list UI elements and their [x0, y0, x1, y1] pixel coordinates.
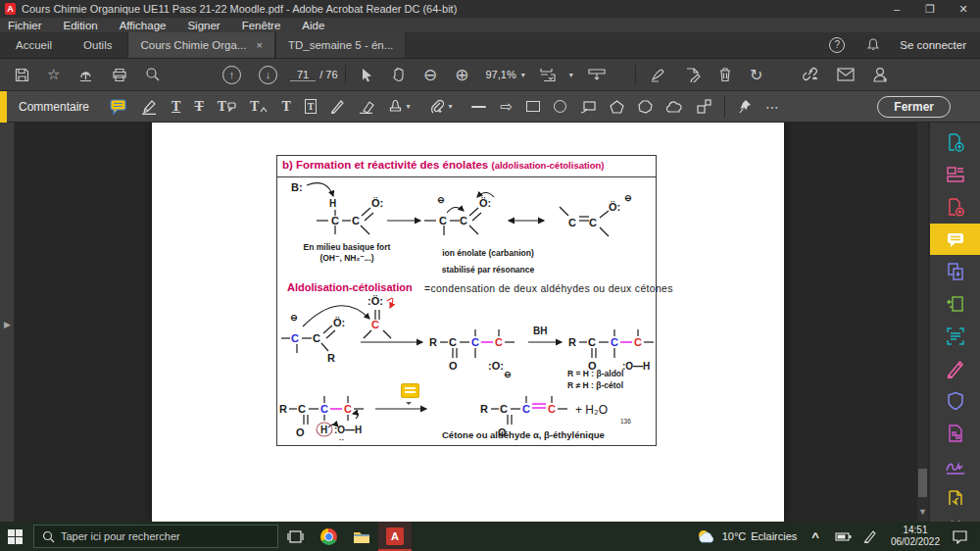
weather-temp[interactable]: 10°C — [722, 530, 747, 542]
fit-caret-icon[interactable]: ▾ — [569, 71, 573, 79]
tool-compress-pdf[interactable] — [930, 418, 980, 449]
start-button[interactable] — [0, 529, 29, 544]
tray-expand-icon[interactable]: ^ — [811, 529, 819, 544]
fit-width-icon[interactable] — [540, 68, 558, 82]
tool-protect[interactable] — [930, 385, 980, 417]
bell-icon[interactable] — [866, 38, 880, 52]
tool-fill-sign[interactable] — [930, 353, 980, 384]
date-label: 06/02/2022 — [891, 536, 940, 548]
tab-document-2[interactable]: TD_semaine 5 - én... — [275, 32, 406, 58]
highlight-tool[interactable] — [141, 99, 158, 115]
keep-tool-selected-pin[interactable] — [738, 99, 752, 114]
close-comment-button[interactable]: Fermer — [877, 96, 951, 118]
chrome-icon[interactable] — [312, 522, 345, 551]
pen-tray-icon[interactable] — [863, 529, 877, 543]
menu-signer[interactable]: Signer — [187, 20, 220, 31]
weather-desc[interactable]: Eclaircies — [751, 530, 797, 542]
action-center-icon[interactable] — [952, 529, 968, 544]
add-text-tool[interactable]: T — [281, 99, 290, 115]
search-icon[interactable] — [145, 67, 161, 82]
battery-icon[interactable] — [835, 531, 852, 542]
weather-icon[interactable] — [696, 528, 717, 545]
replace-text-tool[interactable]: T — [218, 99, 236, 115]
clock[interactable]: 14:51 06/02/2022 — [891, 525, 940, 548]
draw-tool[interactable] — [330, 99, 345, 114]
tool-scan-ocr[interactable] — [930, 321, 980, 352]
tool-edit-pdf[interactable] — [930, 159, 980, 190]
file-explorer-icon[interactable] — [345, 522, 378, 551]
sign-pen-icon[interactable] — [651, 68, 667, 82]
star-icon[interactable]: ☆ — [47, 66, 60, 83]
vertical-scrollbar[interactable]: ▼ — [917, 123, 928, 522]
page-number-input[interactable]: 71 — [290, 69, 316, 81]
sticky-note-tool[interactable] — [110, 98, 127, 115]
erase-tool[interactable] — [359, 100, 374, 114]
menu-fenetre[interactable]: Fenêtre — [242, 20, 281, 31]
refresh-icon[interactable]: ↻ — [750, 66, 762, 84]
taskbar-search-input[interactable]: Taper ici pour rechercher — [33, 525, 278, 548]
zoom-out-icon[interactable]: ⊖ — [423, 65, 437, 85]
edit-page-icon[interactable] — [685, 67, 701, 82]
expand-panel-arrow[interactable]: ▶ — [1, 316, 14, 333]
menu-fichier[interactable]: Fichier — [8, 20, 42, 31]
cloud-tool[interactable] — [666, 100, 683, 113]
tool-combine-files[interactable] — [930, 256, 980, 287]
hand-tool-icon[interactable] — [391, 67, 406, 82]
arrow-tool[interactable]: ⇨ — [500, 98, 513, 116]
save-icon[interactable] — [15, 68, 29, 82]
polygon-tool[interactable] — [638, 100, 653, 114]
acrobat-taskbar-icon[interactable]: A — [378, 522, 412, 551]
pentagon-tool[interactable] — [610, 100, 624, 114]
callout-tool[interactable] — [580, 100, 596, 114]
select-tool-icon[interactable] — [361, 68, 373, 82]
next-page-icon[interactable]: ↓ — [259, 66, 277, 84]
scroll-down-icon[interactable]: ▼ — [917, 507, 928, 517]
task-view-button[interactable] — [278, 522, 312, 551]
tool-comment-active[interactable] — [930, 224, 980, 255]
tab-document-active[interactable]: Cours Chimie Orga... × — [127, 32, 274, 58]
strikethrough-text-tool[interactable]: T — [194, 99, 203, 115]
rectangle-tool[interactable] — [526, 101, 540, 112]
more-options-icon[interactable]: ⋯ — [765, 99, 779, 115]
previous-page-icon[interactable]: ↑ — [222, 66, 241, 84]
sign-in-link[interactable]: Se connecter — [900, 39, 966, 51]
menu-affichage[interactable]: Affichage — [120, 20, 167, 31]
tab-close-icon[interactable]: × — [257, 39, 263, 51]
tab-accueil[interactable]: Accueil — [0, 32, 68, 58]
reading-mode-icon[interactable] — [588, 68, 606, 82]
minimize-button[interactable]: – — [880, 0, 913, 18]
help-icon[interactable]: ? — [829, 37, 845, 53]
caption-cetone: Cétone ou aldéhyde α, β-éthylénique — [442, 429, 605, 440]
tab-outils[interactable]: Outils — [68, 32, 127, 58]
svg-text:R: R — [429, 336, 437, 348]
profile-icon[interactable] — [872, 67, 889, 82]
tool-organize-pages[interactable] — [930, 288, 980, 320]
tool-export-pdf[interactable] — [930, 126, 980, 158]
zoom-level-value[interactable]: 97,1% — [486, 69, 516, 81]
connected-lines-tool[interactable] — [697, 99, 711, 114]
zoom-caret-icon[interactable]: ▾ — [521, 71, 525, 79]
restore-button[interactable]: ❐ — [913, 0, 947, 18]
scrollbar-thumb[interactable] — [918, 469, 927, 497]
underline-text-tool[interactable]: T — [172, 99, 180, 115]
zoom-in-icon[interactable]: ⊕ — [455, 65, 468, 85]
stamp-tool[interactable]: ▾ — [388, 99, 416, 114]
text-box-tool[interactable]: T — [305, 99, 318, 114]
sticky-note-annotation[interactable] — [401, 383, 419, 398]
delete-icon[interactable] — [718, 67, 732, 82]
close-button[interactable]: ✕ — [947, 0, 980, 18]
share-link-icon[interactable] — [801, 67, 819, 82]
email-icon[interactable] — [837, 68, 855, 81]
insert-text-tool[interactable]: T — [250, 99, 268, 115]
line-tool[interactable] — [471, 106, 486, 108]
svg-text:B:: B: — [291, 181, 303, 193]
menu-aide[interactable]: Aide — [302, 20, 324, 31]
tool-certificates[interactable] — [930, 450, 980, 481]
oval-tool[interactable] — [554, 100, 566, 113]
tool-create-pdf[interactable] — [930, 191, 980, 223]
menu-edition[interactable]: Edition — [64, 20, 98, 31]
share-upload-icon[interactable] — [77, 68, 94, 82]
attach-file-tool[interactable]: ▾ — [429, 99, 458, 114]
page-total-label: / 76 — [319, 69, 337, 80]
print-icon[interactable] — [112, 68, 127, 82]
